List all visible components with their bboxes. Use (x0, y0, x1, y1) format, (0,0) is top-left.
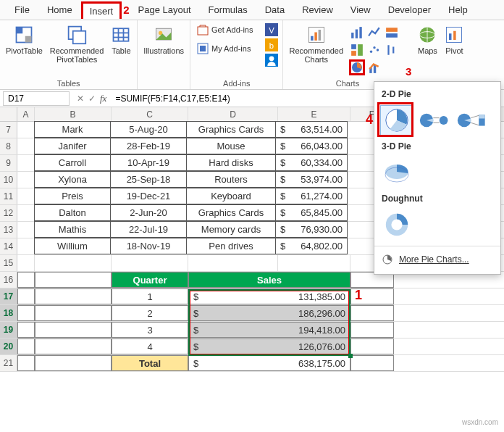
row-13-header[interactable]: 13 (0, 222, 17, 238)
row-19-header[interactable]: 19 (0, 322, 17, 338)
select-all-corner[interactable] (0, 107, 17, 121)
amount-cell[interactable]: $61,274.00 (275, 188, 348, 204)
row-18-header[interactable]: 18 (0, 305, 17, 321)
name-cell[interactable]: Willium (34, 238, 111, 254)
product-cell[interactable]: Memory cards (186, 221, 276, 238)
enter-icon[interactable]: ✓ (88, 94, 96, 104)
cancel-icon[interactable]: ✕ (77, 94, 84, 104)
row-9-header[interactable]: 9 (0, 155, 17, 171)
product-cell[interactable]: Pen drives (186, 238, 276, 254)
amount-cell[interactable]: $53,974.00 (275, 171, 348, 188)
amount-cell[interactable]: $63,514.00 (275, 121, 348, 138)
name-cell[interactable]: Mark (34, 121, 111, 138)
col-D[interactable]: D (188, 107, 278, 121)
quarter-cell[interactable]: 3 (112, 322, 188, 338)
date-cell[interactable]: 2-Jun-20 (110, 204, 187, 221)
col-A[interactable]: A (17, 107, 35, 121)
col-B[interactable]: B (35, 107, 112, 121)
tab-home[interactable]: Home (38, 0, 81, 20)
chart-combo-button[interactable] (366, 59, 382, 75)
get-addins-button[interactable]: Get Add-ins (195, 23, 255, 36)
product-cell[interactable]: Graphics Cards (186, 204, 276, 221)
row-17-header[interactable]: 17 (0, 288, 17, 304)
tab-review[interactable]: Review (293, 0, 342, 20)
row-16-header[interactable]: 16 (0, 272, 17, 288)
chart-stock-button[interactable] (384, 42, 400, 58)
selection-handle[interactable] (348, 354, 353, 358)
amount-cell[interactable]: $76,930.00 (275, 221, 348, 238)
sales-cell[interactable]: $131,385.00 (188, 288, 350, 304)
name-cell[interactable]: Dalton (34, 204, 111, 221)
bing-icon[interactable]: b (265, 38, 278, 51)
pie-of-pie-option[interactable] (418, 105, 451, 136)
pie-3d-option[interactable] (380, 157, 413, 188)
chart-winloss-button[interactable] (384, 25, 400, 41)
sales-cell[interactable]: $126,076.00 (188, 338, 350, 354)
tab-file[interactable]: File (6, 0, 38, 20)
name-cell[interactable]: Janifer (34, 138, 111, 154)
quarter-cell[interactable]: 4 (112, 338, 188, 354)
amount-cell[interactable]: $66,043.00 (275, 138, 348, 154)
name-cell[interactable]: Mathis (34, 221, 111, 238)
name-cell[interactable]: Xylona (34, 171, 111, 188)
tab-data[interactable]: Data (256, 0, 293, 20)
row-10-header[interactable]: 10 (0, 172, 17, 188)
date-cell[interactable]: 10-Apr-19 (110, 154, 187, 171)
amount-cell[interactable]: $64,802.00 (275, 238, 348, 254)
sales-cell[interactable]: $194,418.00 (188, 322, 350, 338)
total-value-cell[interactable]: $ 638,175.00 (188, 355, 350, 371)
tab-page-layout[interactable]: Page Layout (130, 0, 200, 20)
row-20-header[interactable]: 20 (0, 338, 17, 354)
row-14-header[interactable]: 14 (0, 238, 17, 254)
tab-insert[interactable]: Insert (81, 1, 122, 19)
col-C[interactable]: C (112, 107, 188, 121)
pivottable-button[interactable]: PivotTable (4, 23, 44, 57)
product-cell[interactable]: Hard disks (186, 154, 276, 171)
fx-icon[interactable]: fx (100, 93, 106, 104)
product-cell[interactable]: Routers (186, 171, 276, 188)
illustrations-button[interactable]: Illustrations (142, 23, 185, 57)
amount-cell[interactable]: $60,334.00 (275, 154, 348, 171)
date-cell[interactable]: 5-Aug-20 (110, 121, 187, 138)
row-11-header[interactable]: 11 (0, 188, 17, 204)
chart-scatter-button[interactable] (366, 42, 382, 58)
pie-2d-option[interactable] (380, 105, 413, 136)
sales-cell[interactable]: $186,296.00 (188, 305, 350, 321)
chart-pie-button[interactable] (349, 59, 365, 75)
more-pie-charts[interactable]: More Pie Charts... (374, 249, 500, 270)
amount-cell[interactable]: $65,845.00 (275, 204, 348, 221)
tab-developer[interactable]: Developer (379, 0, 440, 20)
maps-button[interactable]: Maps (416, 23, 439, 57)
my-addins-button[interactable]: My Add-ins (195, 42, 255, 55)
row-15-header[interactable]: 15 (0, 255, 17, 271)
product-cell[interactable]: Keyboard (186, 188, 276, 204)
name-cell[interactable]: Preis (34, 188, 111, 204)
pivotchart-button[interactable]: Pivot (443, 23, 465, 57)
row-8-header[interactable]: 8 (0, 138, 17, 154)
recommended-charts-button[interactable]: Recommended Charts (287, 23, 345, 65)
date-cell[interactable]: 28-Feb-19 (110, 138, 187, 154)
col-E[interactable]: E (278, 107, 350, 121)
row-7-header[interactable]: 7 (0, 122, 17, 138)
quarter-cell[interactable]: 2 (112, 305, 188, 321)
name-cell[interactable]: Carroll (34, 154, 111, 171)
date-cell[interactable]: 19-Dec-21 (110, 188, 187, 204)
visio-icon[interactable]: V (265, 23, 278, 36)
recommended-pivottables-button[interactable]: Recommended PivotTables (49, 23, 106, 65)
date-cell[interactable]: 22-Jul-19 (110, 221, 187, 238)
product-cell[interactable]: Mouse (186, 138, 276, 154)
tab-help[interactable]: Help (440, 0, 476, 20)
table-button[interactable]: Table (109, 23, 133, 57)
chart-hierarchy-button[interactable] (349, 42, 365, 58)
name-box[interactable] (3, 91, 70, 106)
people-icon[interactable] (265, 54, 278, 67)
product-cell[interactable]: Graphics Cards (186, 121, 276, 138)
date-cell[interactable]: 18-Nov-19 (110, 238, 187, 254)
bar-of-pie-option[interactable] (455, 105, 489, 136)
tab-view[interactable]: View (342, 0, 379, 20)
tab-formulas[interactable]: Formulas (200, 0, 256, 20)
row-21-header[interactable]: 21 (0, 355, 17, 371)
chart-column-button[interactable] (349, 25, 365, 41)
doughnut-option[interactable] (380, 209, 413, 240)
chart-line-button[interactable] (366, 25, 382, 41)
